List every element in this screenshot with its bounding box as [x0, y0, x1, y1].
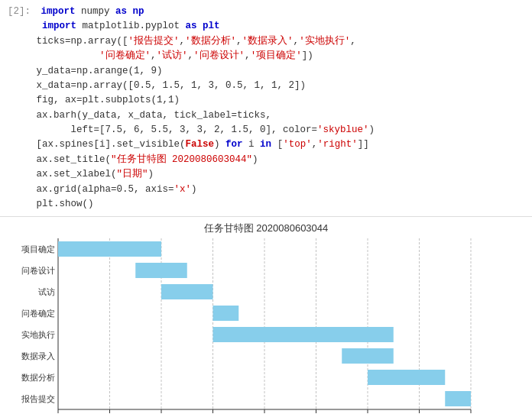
- y-label-5: 问卷确定: [21, 309, 55, 318]
- code-line-10: [ax.spines[i].set_visible(False) for i i…: [8, 137, 524, 152]
- code-line-3: ticks=np.array(['报告提交','数据分析','数据录入','实地…: [8, 34, 524, 49]
- y-label-1: 报告提交: [21, 395, 55, 403]
- bar-项目确定: [58, 241, 161, 257]
- chart-area: 0 1 2 3 4 5 6 7 8 日期 CSDN @m0_55793662: [58, 238, 511, 414]
- bar-数据录入: [342, 348, 394, 364]
- bar-数据分析: [368, 370, 445, 385]
- bar-问卷确定: [213, 306, 239, 321]
- y-label-8: 项目确定: [21, 245, 55, 254]
- code-line-12: ax.set_xlabel("日期"): [8, 167, 524, 182]
- code-line-4: '问卷确定','试访','问卷设计','项目确定']): [8, 49, 524, 63]
- bar-报告提交: [445, 391, 471, 406]
- code-line-13: ax.grid(alpha=0.5, axis='x'): [8, 183, 524, 197]
- code-line-9: left=[7.5, 6, 5.5, 3, 3, 2, 1.5, 0], col…: [8, 123, 524, 137]
- y-label-3: 数据录入: [21, 352, 55, 361]
- chart-section: 任务甘特图 2020080603044 项目确定 问卷设计 试访 问卷确定 实地…: [0, 217, 532, 414]
- code-line-2: import matplotlib.pyplot as plt: [8, 19, 524, 34]
- code-line-14: plt.show(): [8, 197, 524, 212]
- y-label-4: 实地执行: [21, 331, 55, 339]
- code-line-num: [2]: import numpy as np: [8, 5, 524, 19]
- code-line-11: ax.set_title("任务甘特图 2020080603044"): [8, 153, 524, 167]
- code-block: [2]: import numpy as np import matplotli…: [0, 0, 532, 217]
- bar-问卷设计: [135, 263, 187, 278]
- y-label-6: 试访: [38, 288, 55, 296]
- code-line-7: fig, ax=plt.subplots(1,1): [8, 93, 524, 108]
- code-line-5: y_data=np.arange(1, 9): [8, 64, 524, 79]
- code-line-8: ax.barh(y_data, x_data, tick_label=ticks…: [8, 108, 524, 123]
- code-line-6: x_data=np.array([0.5, 1.5, 1, 3, 0.5, 1,…: [8, 79, 524, 93]
- y-axis-labels: 项目确定 问卷设计 试访 问卷确定 实地执行 数据录入 数据分析 报告提交: [21, 238, 55, 409]
- y-label-7: 问卷设计: [21, 267, 55, 275]
- bar-试访: [161, 284, 213, 299]
- chart-title: 任务甘特图 2020080603044: [204, 222, 329, 235]
- bars-svg: 0 1 2 3 4 5 6 7 8 日期: [58, 238, 471, 414]
- y-label-2: 数据分析: [21, 374, 55, 382]
- bar-实地执行: [213, 327, 394, 342]
